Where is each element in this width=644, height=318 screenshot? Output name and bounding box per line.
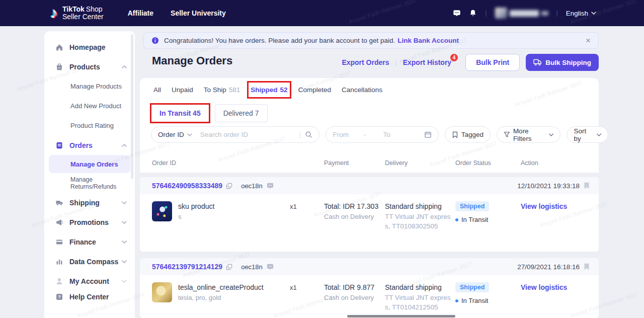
date-from-placeholder: From: [333, 131, 349, 138]
product-image[interactable]: [152, 201, 172, 221]
carrier-line-1: TT Virtual JNT expres: [385, 213, 451, 220]
sidebar-item-label: Promotions: [69, 218, 109, 226]
tab-shipped[interactable]: Shipped52: [251, 84, 287, 96]
sidebar-item-manage-returns-refunds[interactable]: Manage Returns/Refunds: [44, 173, 135, 193]
buyer-username[interactable]: oec18n: [241, 263, 263, 271]
search-icon[interactable]: [305, 131, 312, 138]
nav-affiliate[interactable]: Affiliate: [128, 9, 153, 17]
bank-account-banner: Congratulations! You have orders. Please…: [143, 32, 599, 49]
sidebar-item-label: Orders: [69, 141, 93, 149]
divider: |: [485, 10, 487, 17]
tab-completed[interactable]: Completed: [298, 84, 331, 96]
brand-logo[interactable]: ♪ TikTokShop Seller Center: [50, 6, 104, 21]
tab-all[interactable]: All: [153, 84, 161, 96]
chevron-down-icon: [122, 280, 127, 283]
chevron-down-icon: [549, 133, 553, 136]
megaphone-icon: [55, 218, 63, 226]
product-image[interactable]: [152, 282, 172, 302]
top-nav: Affiliate Seller University: [128, 9, 226, 17]
brand-subtitle: Seller Center: [62, 13, 104, 21]
orders-panel: All Unpaid To Ship581 Shipped52 Complete…: [140, 78, 599, 173]
tagged-filter-button[interactable]: Tagged: [445, 126, 491, 143]
tab-unpaid[interactable]: Unpaid: [172, 84, 193, 96]
date-to-placeholder: To: [383, 131, 390, 138]
bulk-print-button[interactable]: Bulk Print: [465, 54, 520, 71]
chevron-down-icon: [122, 241, 127, 244]
product-variant: s: [178, 213, 182, 220]
sidebar-item-promotions[interactable]: Promotions: [44, 212, 135, 232]
date-range-control[interactable]: From - To: [326, 126, 438, 143]
banner-text: Congratulations! You have orders. Please…: [164, 37, 395, 44]
person-icon: [55, 277, 63, 285]
sidebar-item-help-center[interactable]: ? Help Center: [44, 287, 135, 306]
copy-icon[interactable]: [226, 264, 232, 270]
order-id-select[interactable]: Order ID: [158, 131, 192, 138]
sidebar-item-label: Manage Products: [70, 83, 122, 90]
sort-by-button[interactable]: Sort by: [567, 126, 608, 143]
order-date: 12/10/2021 19:33:18: [517, 182, 580, 190]
subtab-delivered[interactable]: Delivered 7: [215, 104, 268, 122]
subtab-label: In Transit 45: [159, 109, 201, 117]
top-bar: ♪ TikTokShop Seller Center Affiliate Sel…: [0, 0, 644, 26]
sidebar-item-label: Shipping: [69, 199, 100, 207]
order-card-header: 576462139791214129 oec18n 27/09/2021 16:…: [140, 258, 599, 275]
export-orders-link[interactable]: Export Orders: [342, 58, 389, 66]
sidebar-item-products[interactable]: Products: [44, 57, 135, 76]
sidebar-item-manage-orders-active[interactable]: Manage Orders: [49, 155, 130, 173]
language-selector[interactable]: English: [566, 10, 596, 17]
sidebar-scrollbar[interactable]: [131, 34, 133, 179]
status-dot-icon: [455, 299, 458, 302]
subtab-label: Delivered 7: [223, 109, 259, 117]
order-id-link[interactable]: 576462139791214129: [152, 263, 222, 271]
sidebar-item-my-account[interactable]: My Account: [44, 271, 135, 287]
sidebar-item-label: Homepage: [69, 43, 106, 51]
subtab-in-transit[interactable]: In Transit 45: [151, 104, 209, 122]
avatar: [495, 8, 507, 19]
view-logistics-link[interactable]: View logistics: [521, 202, 567, 210]
chat-buyer-icon[interactable]: [267, 264, 274, 270]
link-bank-account-link[interactable]: Link Bank Account: [397, 37, 459, 44]
copy-icon[interactable]: [226, 183, 232, 189]
sidebar-item-homepage[interactable]: Homepage: [44, 37, 135, 57]
sidebar-item-manage-products[interactable]: Manage Products: [44, 76, 135, 96]
product-name[interactable]: sku product: [178, 202, 214, 210]
chat-buyer-icon[interactable]: [267, 183, 274, 189]
order-status-tabs: All Unpaid To Ship581 Shipped52 Complete…: [153, 84, 382, 96]
sidebar-item-shipping[interactable]: Shipping: [44, 193, 135, 212]
header-actions: Export Orders | Export History 4 Bulk Pr…: [342, 54, 599, 71]
sidebar-item-product-rating[interactable]: Product Rating: [44, 116, 135, 135]
sidebar-item-finance[interactable]: Finance: [44, 232, 135, 252]
payment-total: Total: IDR 17.303: [324, 202, 378, 210]
banner-close-icon[interactable]: ×: [586, 36, 591, 45]
sidebar-item-orders[interactable]: Orders: [44, 135, 135, 155]
notifications-bell-icon[interactable]: [469, 9, 477, 17]
sidebar-item-label: Help Center: [69, 293, 109, 301]
flag-bookmark-icon[interactable]: [584, 182, 590, 189]
tab-to-ship[interactable]: To Ship581: [204, 84, 240, 96]
info-icon: [151, 37, 159, 44]
order-id-link[interactable]: 576462490958333489: [152, 182, 222, 190]
sidebar-item-label: Manage Returns/Refunds: [70, 176, 127, 190]
order-search-control: Order ID |: [151, 126, 319, 143]
user-account-blurred[interactable]: [495, 8, 548, 19]
buyer-username[interactable]: oec18n: [241, 182, 263, 190]
more-filters-button[interactable]: More Filters: [497, 126, 560, 143]
column-action: Action: [521, 160, 538, 167]
svg-text:?: ?: [58, 294, 61, 299]
nav-seller-university[interactable]: Seller University: [171, 9, 226, 17]
search-order-id-input[interactable]: [200, 131, 299, 138]
brand-text: TikTokShop Seller Center: [62, 6, 104, 21]
tab-cancellations[interactable]: Cancellations: [342, 84, 382, 96]
sidebar-item-add-new-product[interactable]: Add New Product: [44, 96, 135, 116]
messages-icon[interactable]: [453, 9, 461, 17]
language-label: English: [566, 10, 588, 17]
horizontal-scrollbar[interactable]: [347, 315, 455, 317]
sidebar-item-data-compass[interactable]: Data Compass: [44, 252, 135, 271]
carrier-line-1: TT Virtual JNT expres: [385, 294, 451, 301]
flag-bookmark-icon[interactable]: [584, 263, 590, 270]
user-id-blurred: [541, 11, 548, 16]
view-logistics-link[interactable]: View logistics: [521, 283, 567, 291]
bulk-shipping-button[interactable]: Bulk Shipping: [526, 54, 599, 71]
product-name[interactable]: tesla_online_createProduct: [178, 283, 264, 291]
export-history-link[interactable]: Export History 4: [403, 58, 451, 66]
